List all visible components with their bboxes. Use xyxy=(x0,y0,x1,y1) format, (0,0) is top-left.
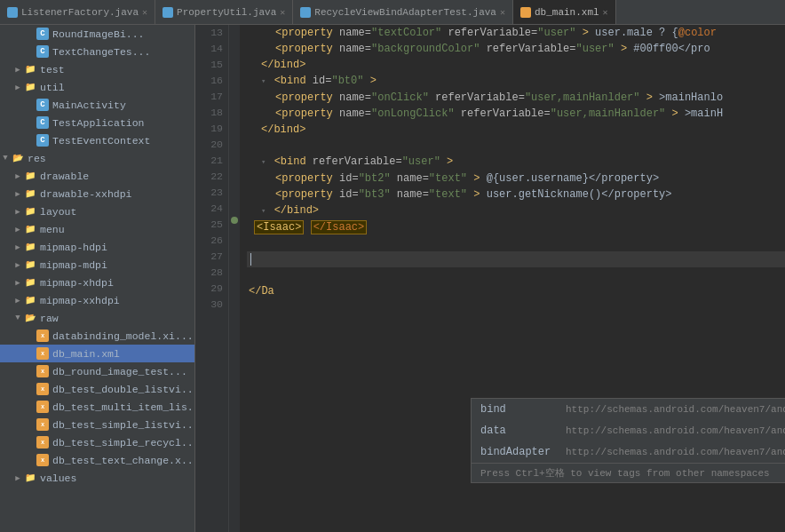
tab-label: RecycleViewBindAdapterTest.java xyxy=(314,7,496,18)
sidebar-item-drawable[interactable]: ▶ 📁 drawable xyxy=(0,167,194,185)
autocomplete-hint: Press Ctrl+空格 to view tags from other na… xyxy=(472,463,785,482)
c-icon: C xyxy=(36,99,50,111)
sidebar-item-textchange[interactable]: C TextChangeTes... xyxy=(0,43,194,60)
arrow-right-icon: ▶ xyxy=(12,171,23,181)
xml-icon: x xyxy=(36,347,50,360)
arrow-right-icon: ▶ xyxy=(12,225,23,234)
arrow-right-icon: ▶ xyxy=(12,83,23,92)
sidebar[interactable]: C RoundImageBi... C TextChangeTes... ▶ 📁… xyxy=(0,25,195,532)
tab-db-main[interactable]: db_main.xml ✕ xyxy=(513,0,616,25)
autocomplete-item-bindadapter[interactable]: bindAdapter http://schemas.android.com/h… xyxy=(472,441,785,463)
code-line-27[interactable] xyxy=(247,251,785,267)
fold-arrow-icon[interactable]: ▾ xyxy=(261,207,266,216)
folder-icon: 📁 xyxy=(23,170,37,182)
close-icon[interactable]: ✕ xyxy=(500,7,505,18)
sidebar-item-label: drawable-xxhdpi xyxy=(40,188,132,200)
autocomplete-popup: bind http://schemas.android.com/heaven7/… xyxy=(471,398,785,483)
sidebar-item-db-multi[interactable]: x db_test_multi_item_lis... xyxy=(0,398,194,416)
sidebar-item-mipmap-xxhdpi[interactable]: ▶ 📁 mipmap-xxhdpi xyxy=(0,291,194,309)
tab-property-util[interactable]: PropertyUtil.java ✕ xyxy=(155,0,293,25)
sidebar-item-label: mipmap-mdpi xyxy=(40,259,107,271)
sidebar-item-res[interactable]: ▼ 📂 res xyxy=(0,149,194,167)
folder-icon: 📁 xyxy=(23,63,37,75)
sidebar-item-mipmap-mdpi[interactable]: ▶ 📁 mipmap-mdpi xyxy=(0,256,194,274)
sidebar-item-mainactivity[interactable]: C MainActivity xyxy=(0,96,194,114)
gutter-marker xyxy=(231,217,238,224)
autocomplete-item-data[interactable]: data http://schemas.android.com/heaven7/… xyxy=(472,420,785,441)
close-icon[interactable]: ✕ xyxy=(280,7,285,18)
c-icon: C xyxy=(36,28,50,40)
close-icon[interactable]: ✕ xyxy=(603,7,608,18)
sidebar-item-db-round[interactable]: x db_round_image_test... xyxy=(0,362,194,380)
code-line-13: <property name="textColor" referVariable… xyxy=(247,25,785,41)
close-icon[interactable]: ✕ xyxy=(142,7,147,18)
sidebar-item-drawable-xxhdpi[interactable]: ▶ 📁 drawable-xxhdpi xyxy=(0,185,194,202)
sidebar-item-layout[interactable]: ▶ 📁 layout xyxy=(0,202,194,220)
code-container: 13 14 15 16 17 18 19 20 21 22 23 24 25 2… xyxy=(195,25,785,532)
sidebar-item-db-text-change[interactable]: x db_test_text_change.x... xyxy=(0,451,194,469)
sidebar-item-testapplication[interactable]: C TestApplication xyxy=(0,114,194,131)
sidebar-item-label: db_main.xml xyxy=(52,348,120,360)
sidebar-item-db-main[interactable]: x db_main.xml xyxy=(0,345,194,362)
arrow-right-icon: ▶ xyxy=(12,207,23,217)
sidebar-item-mipmap-xhdpi[interactable]: ▶ 📁 mipmap-xhdpi xyxy=(0,274,194,291)
sidebar-item-label: TestEventContext xyxy=(52,135,150,147)
sidebar-item-raw[interactable]: ▼ 📂 raw xyxy=(0,309,194,327)
fold-arrow-icon[interactable]: ▾ xyxy=(261,77,266,86)
xml-icon: x xyxy=(36,418,50,431)
arrow-right-icon: ▶ xyxy=(12,189,23,199)
sidebar-item-label: db_test_simple_listvi... xyxy=(52,419,195,431)
sidebar-item-menu[interactable]: ▶ 📁 menu xyxy=(0,220,194,238)
folder-open-icon: 📂 xyxy=(11,152,25,164)
folder-icon: 📁 xyxy=(23,241,37,253)
code-line-16: ▾ <bind id="bt0" > xyxy=(247,73,785,90)
sidebar-item-label: res xyxy=(28,153,46,164)
xml-icon: x xyxy=(36,330,50,342)
arrow-right-icon: ▶ xyxy=(12,260,23,270)
line-numbers: 13 14 15 16 17 18 19 20 21 22 23 24 25 2… xyxy=(195,25,229,532)
tab-label: db_main.xml xyxy=(535,7,599,18)
sidebar-item-roundimage[interactable]: C RoundImageBi... xyxy=(0,25,194,43)
main-content: C RoundImageBi... C TextChangeTes... ▶ 📁… xyxy=(0,25,785,532)
sidebar-item-databinding-model[interactable]: x databinding_model.xi... xyxy=(0,327,194,345)
folder-icon: 📁 xyxy=(23,187,37,200)
arrow-down-icon: ▼ xyxy=(0,154,11,163)
sidebar-item-label: drawable xyxy=(40,171,89,182)
sidebar-item-test[interactable]: ▶ 📁 test xyxy=(0,60,194,78)
code-line-21: ▾ <bind referVariable="user" > xyxy=(247,154,785,171)
folder-open-icon: 📂 xyxy=(23,312,37,324)
sidebar-item-values[interactable]: ▶ 📁 values xyxy=(0,469,194,487)
sidebar-item-label: values xyxy=(40,472,76,484)
c-icon: C xyxy=(36,45,50,58)
sidebar-item-db-double[interactable]: x db_test_double_listvi... xyxy=(0,380,194,398)
sidebar-item-util[interactable]: ▶ 📁 util xyxy=(0,78,194,96)
xml-icon: x xyxy=(36,383,50,395)
fold-arrow-icon[interactable]: ▾ xyxy=(261,158,266,167)
arrow-right-icon: ▶ xyxy=(12,473,23,483)
code-line-14: <property name="backgroundColor" referVa… xyxy=(247,41,785,57)
sidebar-item-testeventcontext[interactable]: C TestEventContext xyxy=(0,131,194,149)
sidebar-item-label: RoundImageBi... xyxy=(52,28,145,40)
tab-listener-factory[interactable]: ListenerFactory.java ✕ xyxy=(0,0,155,25)
sidebar-item-db-simple-recycl[interactable]: x db_test_simple_recycl... xyxy=(0,433,194,451)
sidebar-item-mipmap-hdpi[interactable]: ▶ 📁 mipmap-hdpi xyxy=(0,238,194,256)
tab-recycle-view[interactable]: RecycleViewBindAdapterTest.java ✕ xyxy=(293,0,513,25)
code-line-24: ▾ </bind> xyxy=(247,202,785,219)
code-line-15: </bind> xyxy=(247,57,785,73)
sidebar-item-label: TextChangeTes... xyxy=(52,46,150,58)
sidebar-item-db-simple-list[interactable]: x db_test_simple_listvi... xyxy=(0,416,194,433)
sidebar-item-label: db_test_double_listvi... xyxy=(52,384,195,395)
autocomplete-item-bind[interactable]: bind http://schemas.android.com/heaven7/… xyxy=(472,399,785,420)
code-line-22: <property id="bt2" name="text" > @{user.… xyxy=(247,171,785,187)
sidebar-item-label: databinding_model.xi... xyxy=(52,330,194,342)
folder-icon: 📁 xyxy=(23,81,37,93)
arrow-right-icon: ▶ xyxy=(12,296,23,306)
sidebar-item-label: TestApplication xyxy=(52,117,145,129)
java-file-icon xyxy=(7,7,18,18)
editor-area[interactable]: 13 14 15 16 17 18 19 20 21 22 23 24 25 2… xyxy=(195,25,785,532)
arrow-right-icon: ▶ xyxy=(12,65,23,75)
sidebar-item-label: test xyxy=(40,64,65,75)
code-line-26 xyxy=(247,235,785,251)
sidebar-item-label: db_test_text_change.x... xyxy=(52,455,195,466)
code-line-25: <Isaac> </Isaac> xyxy=(247,219,785,235)
